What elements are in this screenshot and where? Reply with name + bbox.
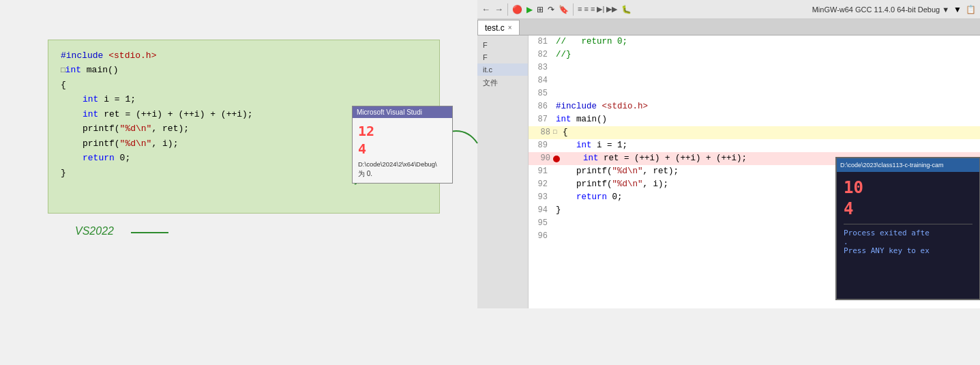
- code-line-87: 87 int main(): [529, 113, 980, 126]
- line-content-81: // return 0;: [553, 35, 627, 48]
- line-content-91: printf("%d\n", ret);: [553, 165, 679, 178]
- output-title-text: D:\code\2023\class113-c-training-cam: [840, 162, 944, 169]
- line-num-81: 81: [529, 35, 553, 48]
- line-content-86: #include <stdio.h>: [553, 100, 648, 113]
- line-content-89: int i = 1;: [553, 139, 627, 152]
- tab-test-c[interactable]: test.c ×: [477, 20, 520, 35]
- bookmark-icon[interactable]: 🔖: [559, 5, 569, 14]
- step-icon[interactable]: ↷: [548, 5, 554, 14]
- line-content-94: }: [553, 204, 561, 217]
- line-num-95: 95: [529, 217, 553, 230]
- toolbar: ← → 🔴 ▶ ⊞ ↷ 🔖 ≡ ≡ ≡ ▶| ▶▶ 🐛 MinGW-w64 GC…: [477, 0, 980, 19]
- ms-popup-output: 12 4 D:\code\2024\2\x64\Debug\ 为 0.: [353, 118, 452, 183]
- line-num-93: 93: [529, 191, 553, 204]
- left-sidebar: F F it.c 文件: [477, 35, 529, 308]
- toolbar-label: MinGW-w64 GCC 11.4.0 64-bit Debug ▼: [812, 5, 949, 14]
- line-num-90: 90: [529, 152, 553, 165]
- code-line-85: 85: [529, 87, 980, 100]
- line-num-88: 88: [529, 126, 553, 139]
- build-icon[interactable]: 🔴: [512, 5, 522, 14]
- ms-path: D:\code\2024\2\x64\Debug\: [358, 160, 447, 168]
- code-line-89: 89 int i = 1;: [529, 139, 980, 152]
- ms-popup: Microsoft Visual Studi 12 4 D:\code\2024…: [352, 106, 453, 184]
- line-content-90: int ret = (++i) + (++i) + (++i);: [561, 152, 747, 165]
- ms-num-1: 12: [358, 122, 447, 140]
- vs2022-label: VS2022: [75, 225, 114, 237]
- tab-bar: test.c ×: [477, 19, 980, 35]
- int-i-line: int i = 1;: [83, 92, 427, 106]
- code-line-83: 83: [529, 61, 980, 74]
- line-num-86: 86: [529, 100, 553, 113]
- sidebar-item-2[interactable]: it.c: [477, 63, 528, 76]
- ms-output-numbers: 12 4: [358, 122, 447, 158]
- toolbar-icon2[interactable]: 📋: [966, 5, 976, 14]
- ms-num-2: 4: [358, 140, 447, 158]
- line-num-87: 87: [529, 113, 553, 126]
- output-num-1: 10: [844, 177, 972, 199]
- brace-open: {: [61, 78, 427, 92]
- line-content-92: printf("%d\n", i);: [553, 178, 668, 191]
- line-num-84: 84: [529, 74, 553, 87]
- ms-result: 为 0.: [358, 169, 447, 179]
- nav-back-btn[interactable]: ←: [481, 4, 490, 14]
- output-body: 10 4 Process exited afte . Press ANY key…: [837, 172, 979, 261]
- line-num-94: 94: [529, 204, 553, 217]
- code-line-81: 81 // return 0;: [529, 35, 980, 48]
- output-dot: .: [844, 237, 972, 246]
- code-line-82: 82 //}: [529, 48, 980, 61]
- code-line-84: 84: [529, 74, 980, 87]
- line-num-92: 92: [529, 178, 553, 191]
- line-num-83: 83: [529, 61, 553, 74]
- vs2022-arrow-line: [131, 232, 168, 233]
- line-num-96: 96: [529, 230, 553, 243]
- indent-icons: ≡ ≡ ≡ ▶| ▶▶: [578, 5, 617, 14]
- tab-close-btn[interactable]: ×: [508, 24, 512, 31]
- include-line: #include <stdio.h>: [61, 48, 427, 63]
- sidebar-item-1[interactable]: F: [477, 51, 528, 63]
- main-line: □int main(): [61, 63, 427, 77]
- run-icon[interactable]: ▶: [526, 5, 533, 14]
- line-num-85: 85: [529, 87, 553, 100]
- line-content-93: return 0;: [553, 191, 623, 204]
- output-separator: [844, 224, 972, 224]
- breakpoint-dot-90: [553, 156, 560, 162]
- output-titlebar: D:\code\2023\class113-c-training-cam: [837, 158, 979, 172]
- sidebar-item-3[interactable]: 文件: [477, 76, 528, 90]
- code-line-86: 86 #include <stdio.h>: [529, 100, 980, 113]
- line-content-82: //}: [553, 48, 571, 61]
- tab-label: test.c: [485, 23, 505, 33]
- ms-popup-titlebar: Microsoft Visual Studi: [353, 106, 452, 118]
- output-window: D:\code\2023\class113-c-training-cam 10 …: [835, 157, 980, 300]
- line-num-91: 91: [529, 165, 553, 178]
- line-content-87: int main(): [553, 113, 607, 126]
- debug-icon[interactable]: 🐛: [621, 5, 632, 14]
- grid-icon[interactable]: ⊞: [537, 5, 544, 14]
- code-line-88: 88 □ {: [529, 126, 980, 139]
- line-content-88: {: [561, 126, 568, 139]
- nav-fwd-btn[interactable]: →: [494, 4, 503, 14]
- output-process-text: Process exited afte: [844, 229, 972, 237]
- toolbar-separator: [507, 3, 508, 16]
- line-num-82: 82: [529, 48, 553, 61]
- output-numbers: 10 4: [844, 177, 972, 220]
- fold-icon-88: □: [553, 126, 561, 139]
- toolbar-separator2: [573, 3, 574, 16]
- line-num-89: 89: [529, 139, 553, 152]
- sidebar-item-0[interactable]: F: [477, 39, 528, 51]
- dropdown-arrow[interactable]: ▼: [953, 5, 962, 14]
- output-num-2: 4: [844, 199, 972, 220]
- output-press-key: Press ANY key to ex: [844, 246, 972, 255]
